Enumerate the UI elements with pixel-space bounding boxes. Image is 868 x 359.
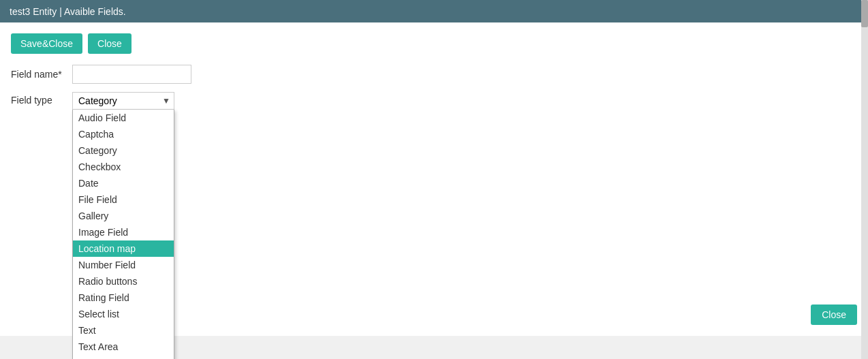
list-item[interactable]: Radio buttons [73,273,174,290]
list-item[interactable]: Captcha [73,126,174,142]
bottom-close-button[interactable]: Close [811,305,857,325]
scrollbar-thumb[interactable] [861,0,868,27]
title-text: test3 Entity | Avaible Fields. [10,6,126,17]
list-item[interactable]: Text Area [73,339,174,355]
main-content: Save&Close Close Field name* Field type … [0,22,868,336]
dropdown-list: Audio Field Captcha Category Checkbox Da… [72,110,174,359]
field-type-row: Field type Audio FieldCaptchaCategoryChe… [11,92,857,110]
list-item[interactable]: Select list [73,306,174,322]
field-name-row: Field name* [11,65,857,84]
page-scrollbar[interactable] [861,0,868,359]
field-name-label: Field name* [11,69,72,80]
save-close-button[interactable]: Save&Close [11,33,82,54]
list-item[interactable]: Audio Field [73,110,174,126]
list-item[interactable]: Number Field [73,257,174,273]
list-item[interactable]: Image Field [73,224,174,240]
close-button[interactable]: Close [88,33,131,54]
field-type-select-container: Audio FieldCaptchaCategoryCheckboxDateFi… [72,92,174,110]
list-item[interactable]: File Field [73,191,174,208]
list-item[interactable]: Checkbox [73,159,174,175]
list-item-selected[interactable]: Location map [73,240,174,257]
field-name-input[interactable] [72,65,191,84]
list-item[interactable]: Category [73,142,174,159]
list-item[interactable]: Text [73,322,174,339]
list-item[interactable]: Gallery [73,208,174,224]
field-type-select[interactable]: Audio FieldCaptchaCategoryCheckboxDateFi… [72,92,174,110]
button-row: Save&Close Close [11,33,857,54]
list-item[interactable]: Rating Field [73,290,174,306]
field-type-label: Field type [11,92,72,106]
list-item[interactable]: Date [73,175,174,191]
title-bar: test3 Entity | Avaible Fields. [0,0,868,22]
list-item[interactable]: Url [73,355,174,359]
